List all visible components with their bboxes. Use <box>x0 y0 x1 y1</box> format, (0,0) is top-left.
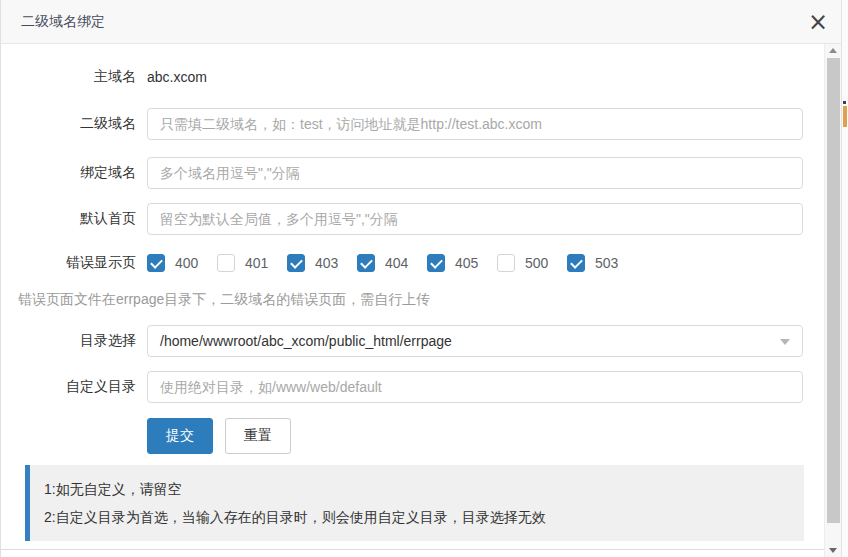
checkbox-405[interactable] <box>427 254 445 272</box>
subdomain-label: 二级域名 <box>1 115 136 133</box>
checkbox-401[interactable] <box>217 254 235 272</box>
main-domain-value: abc.xcom <box>147 69 207 85</box>
checkbox-item-404[interactable]: 404 <box>357 254 412 272</box>
checkbox-500[interactable] <box>497 254 515 272</box>
reset-button[interactable]: 重置 <box>225 418 291 454</box>
error-pages-group: 400 401 403 404 405 <box>147 254 637 272</box>
bind-domain-row: 绑定域名 <box>1 157 825 189</box>
dialog-header: 二级域名绑定 × <box>1 0 848 44</box>
scrollbar-thumb[interactable] <box>827 58 840 523</box>
dialog-title: 二级域名绑定 <box>21 13 105 31</box>
tips-box: 1:如无自定义，请留空 2:自定义目录为首选，当输入存在的目录时，则会使用自定义… <box>25 465 804 541</box>
checkbox-503[interactable] <box>567 254 585 272</box>
dir-select-row: 目录选择 /home/wwwroot/abc_xcom/public_html/… <box>1 325 825 357</box>
page-edge-artifact <box>843 106 847 127</box>
checkbox-label-403: 403 <box>315 255 342 271</box>
checkbox-item-403[interactable]: 403 <box>287 254 342 272</box>
checkbox-item-400[interactable]: 400 <box>147 254 202 272</box>
subdomain-bind-dialog: 二级域名绑定 × 主域名 abc.xcom 二级域名 绑定域名 默认首页 错误显… <box>0 0 848 557</box>
error-pages-note: 错误页面文件在errpage目录下，二级域名的错误页面，需自行上传 <box>18 291 825 307</box>
checkbox-label-500: 500 <box>525 255 552 271</box>
main-domain-row: 主域名 abc.xcom <box>1 66 825 88</box>
dialog-body: 主域名 abc.xcom 二级域名 绑定域名 默认首页 错误显示页 400 <box>1 44 825 541</box>
page-edge-dot <box>843 101 846 104</box>
checkbox-404[interactable] <box>357 254 375 272</box>
checkbox-label-503: 503 <box>595 255 622 271</box>
checkbox-item-401[interactable]: 401 <box>217 254 272 272</box>
bind-domain-input[interactable] <box>147 157 803 189</box>
tips-line-2: 2:自定义目录为首选，当输入存在的目录时，则会使用自定义目录，目录选择无效 <box>44 503 790 531</box>
bind-domain-label: 绑定域名 <box>1 164 136 182</box>
error-pages-label: 错误显示页 <box>1 254 136 272</box>
dir-select-dropdown[interactable]: /home/wwwroot/abc_xcom/public_html/errpa… <box>147 325 803 357</box>
checkbox-400[interactable] <box>147 254 165 272</box>
dir-select-value: /home/wwwroot/abc_xcom/public_html/errpa… <box>160 333 452 349</box>
default-index-row: 默认首页 <box>1 203 825 235</box>
custom-dir-input[interactable] <box>147 371 803 403</box>
bottom-divider <box>1 549 825 550</box>
checkbox-label-400: 400 <box>175 255 202 271</box>
scroll-down-icon[interactable] <box>825 543 842 557</box>
vertical-scrollbar[interactable] <box>824 44 841 557</box>
checkbox-item-500[interactable]: 500 <box>497 254 552 272</box>
subdomain-input[interactable] <box>147 108 803 140</box>
close-icon[interactable]: × <box>808 10 828 34</box>
subdomain-row: 二级域名 <box>1 108 825 140</box>
button-row: 提交 重置 <box>147 418 825 454</box>
scroll-up-icon[interactable] <box>825 44 842 58</box>
checkbox-item-405[interactable]: 405 <box>427 254 482 272</box>
checkbox-item-503[interactable]: 503 <box>567 254 622 272</box>
default-index-input[interactable] <box>147 203 803 235</box>
checkbox-label-405: 405 <box>455 255 482 271</box>
custom-dir-row: 自定义目录 <box>1 371 825 403</box>
checkbox-label-404: 404 <box>385 255 412 271</box>
chevron-down-icon <box>780 339 790 345</box>
main-domain-label: 主域名 <box>1 68 136 86</box>
checkbox-403[interactable] <box>287 254 305 272</box>
checkbox-label-401: 401 <box>245 255 272 271</box>
tips-line-1: 1:如无自定义，请留空 <box>44 475 790 503</box>
error-pages-row: 错误显示页 400 401 403 404 <box>1 253 825 273</box>
custom-dir-label: 自定义目录 <box>1 378 136 396</box>
default-index-label: 默认首页 <box>1 210 136 228</box>
page-edge-strip <box>841 0 848 557</box>
submit-button[interactable]: 提交 <box>147 418 213 454</box>
dir-select-label: 目录选择 <box>1 332 136 350</box>
